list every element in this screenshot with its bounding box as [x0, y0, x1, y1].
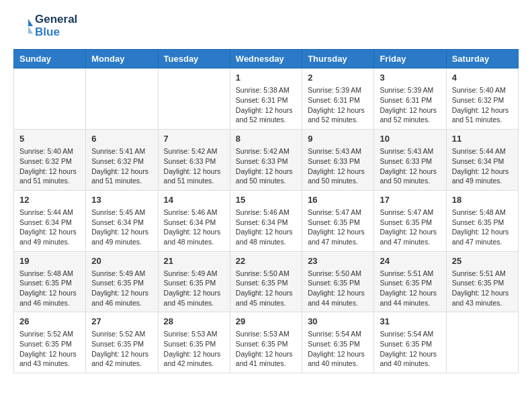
- day-info: Sunrise: 5:52 AM Sunset: 6:35 PM Dayligh…: [19, 329, 80, 369]
- day-info: Sunrise: 5:48 AM Sunset: 6:35 PM Dayligh…: [452, 208, 513, 247]
- day-info: Sunrise: 5:38 AM Sunset: 6:31 PM Dayligh…: [236, 85, 296, 125]
- day-info: Sunrise: 5:50 AM Sunset: 6:35 PM Dayligh…: [308, 269, 368, 308]
- day-number: 7: [164, 134, 224, 144]
- day-info: Sunrise: 5:43 AM Sunset: 6:33 PM Dayligh…: [380, 146, 440, 186]
- day-number: 22: [236, 256, 296, 266]
- calendar-day-cell: 21Sunrise: 5:49 AM Sunset: 6:35 PM Dayli…: [158, 251, 230, 312]
- calendar-day-cell: 7Sunrise: 5:42 AM Sunset: 6:33 PM Daylig…: [158, 130, 230, 191]
- calendar-day-cell: 17Sunrise: 5:47 AM Sunset: 6:35 PM Dayli…: [374, 190, 446, 251]
- calendar-day-cell: 9Sunrise: 5:43 AM Sunset: 6:33 PM Daylig…: [302, 130, 374, 191]
- day-number: 19: [19, 256, 80, 266]
- day-info: Sunrise: 5:49 AM Sunset: 6:35 PM Dayligh…: [91, 269, 152, 308]
- day-number: 10: [380, 134, 440, 144]
- calendar-day-cell: 23Sunrise: 5:50 AM Sunset: 6:35 PM Dayli…: [302, 251, 374, 312]
- day-info: Sunrise: 5:54 AM Sunset: 6:35 PM Dayligh…: [380, 329, 440, 369]
- day-info: Sunrise: 5:41 AM Sunset: 6:32 PM Dayligh…: [91, 146, 152, 186]
- day-number: 18: [452, 195, 513, 205]
- calendar-day-cell: 15Sunrise: 5:46 AM Sunset: 6:34 PM Dayli…: [230, 190, 302, 251]
- calendar-day-cell: 3Sunrise: 5:39 AM Sunset: 6:31 PM Daylig…: [374, 68, 446, 130]
- day-info: Sunrise: 5:47 AM Sunset: 6:35 PM Dayligh…: [308, 208, 368, 247]
- calendar-day-cell: 25Sunrise: 5:51 AM Sunset: 6:35 PM Dayli…: [446, 251, 518, 312]
- day-info: Sunrise: 5:47 AM Sunset: 6:35 PM Dayligh…: [380, 208, 440, 247]
- day-number: 1: [236, 73, 296, 83]
- calendar-day-cell: 6Sunrise: 5:41 AM Sunset: 6:32 PM Daylig…: [86, 130, 158, 191]
- calendar-day-cell: 13Sunrise: 5:45 AM Sunset: 6:34 PM Dayli…: [86, 190, 158, 251]
- day-number: 16: [308, 195, 368, 205]
- day-info: Sunrise: 5:51 AM Sunset: 6:35 PM Dayligh…: [380, 269, 440, 308]
- day-number: 15: [236, 195, 296, 205]
- calendar-day-cell: 8Sunrise: 5:42 AM Sunset: 6:33 PM Daylig…: [230, 130, 302, 191]
- day-number: 29: [236, 316, 296, 326]
- day-of-week-header: Wednesday: [230, 50, 302, 68]
- day-of-week-header: Tuesday: [158, 50, 230, 68]
- day-number: 25: [452, 256, 513, 266]
- day-of-week-header: Monday: [86, 50, 158, 68]
- day-number: 9: [308, 134, 368, 144]
- calendar-day-cell: 26Sunrise: 5:52 AM Sunset: 6:35 PM Dayli…: [14, 312, 86, 373]
- day-info: Sunrise: 5:51 AM Sunset: 6:35 PM Dayligh…: [452, 269, 513, 308]
- calendar-day-cell: 11Sunrise: 5:44 AM Sunset: 6:34 PM Dayli…: [446, 130, 518, 191]
- day-info: Sunrise: 5:53 AM Sunset: 6:35 PM Dayligh…: [164, 329, 224, 369]
- calendar-week-row: 26Sunrise: 5:52 AM Sunset: 6:35 PM Dayli…: [14, 312, 519, 373]
- day-info: Sunrise: 5:48 AM Sunset: 6:35 PM Dayligh…: [19, 269, 80, 308]
- day-number: 24: [380, 256, 440, 266]
- calendar-day-cell: 19Sunrise: 5:48 AM Sunset: 6:35 PM Dayli…: [14, 251, 86, 312]
- day-number: 2: [308, 73, 368, 83]
- day-number: 21: [164, 256, 224, 266]
- day-info: Sunrise: 5:42 AM Sunset: 6:33 PM Dayligh…: [236, 146, 296, 186]
- day-number: 6: [91, 134, 152, 144]
- calendar-day-cell: [14, 68, 86, 130]
- logo-general-text: General: [35, 13, 77, 26]
- calendar-day-cell: 12Sunrise: 5:44 AM Sunset: 6:34 PM Dayli…: [14, 190, 86, 251]
- day-number: 23: [308, 256, 368, 266]
- day-info: Sunrise: 5:49 AM Sunset: 6:35 PM Dayligh…: [164, 269, 224, 308]
- calendar-day-cell: [446, 312, 518, 373]
- day-number: 3: [380, 73, 440, 83]
- calendar-table: SundayMondayTuesdayWednesdayThursdayFrid…: [13, 49, 519, 373]
- calendar-day-cell: 5Sunrise: 5:40 AM Sunset: 6:32 PM Daylig…: [14, 130, 86, 191]
- day-number: 14: [164, 195, 224, 205]
- calendar-week-row: 5Sunrise: 5:40 AM Sunset: 6:32 PM Daylig…: [14, 130, 519, 191]
- calendar-day-cell: 2Sunrise: 5:39 AM Sunset: 6:31 PM Daylig…: [302, 68, 374, 130]
- calendar-day-cell: 16Sunrise: 5:47 AM Sunset: 6:35 PM Dayli…: [302, 190, 374, 251]
- day-info: Sunrise: 5:46 AM Sunset: 6:34 PM Dayligh…: [164, 208, 224, 247]
- logo-shape-icon: [13, 16, 34, 36]
- day-of-week-header: Friday: [374, 50, 446, 68]
- calendar-day-cell: [158, 68, 230, 130]
- day-number: 13: [91, 195, 152, 205]
- day-number: 20: [91, 256, 152, 266]
- day-number: 30: [308, 316, 368, 326]
- svg-marker-0: [28, 19, 33, 26]
- calendar-day-cell: 1Sunrise: 5:38 AM Sunset: 6:31 PM Daylig…: [230, 68, 302, 130]
- day-number: 8: [236, 134, 296, 144]
- calendar-day-cell: [86, 68, 158, 130]
- calendar-week-row: 1Sunrise: 5:38 AM Sunset: 6:31 PM Daylig…: [14, 68, 519, 130]
- calendar-day-cell: 28Sunrise: 5:53 AM Sunset: 6:35 PM Dayli…: [158, 312, 230, 373]
- calendar-day-cell: 14Sunrise: 5:46 AM Sunset: 6:34 PM Dayli…: [158, 190, 230, 251]
- calendar-day-cell: 30Sunrise: 5:54 AM Sunset: 6:35 PM Dayli…: [302, 312, 374, 373]
- day-of-week-header: Sunday: [14, 50, 86, 68]
- day-info: Sunrise: 5:54 AM Sunset: 6:35 PM Dayligh…: [308, 329, 368, 369]
- day-number: 27: [91, 316, 152, 326]
- day-info: Sunrise: 5:40 AM Sunset: 6:32 PM Dayligh…: [19, 146, 80, 186]
- day-number: 12: [19, 195, 80, 205]
- day-of-week-header: Saturday: [446, 50, 518, 68]
- day-info: Sunrise: 5:40 AM Sunset: 6:32 PM Dayligh…: [452, 85, 513, 125]
- day-number: 26: [19, 316, 80, 326]
- day-info: Sunrise: 5:42 AM Sunset: 6:33 PM Dayligh…: [164, 146, 224, 186]
- day-number: 31: [380, 316, 440, 326]
- day-info: Sunrise: 5:52 AM Sunset: 6:35 PM Dayligh…: [91, 329, 152, 369]
- calendar-day-cell: 24Sunrise: 5:51 AM Sunset: 6:35 PM Dayli…: [374, 251, 446, 312]
- calendar-day-cell: 29Sunrise: 5:53 AM Sunset: 6:35 PM Dayli…: [230, 312, 302, 373]
- day-info: Sunrise: 5:53 AM Sunset: 6:35 PM Dayligh…: [236, 329, 296, 369]
- calendar-week-row: 12Sunrise: 5:44 AM Sunset: 6:34 PM Dayli…: [14, 190, 519, 251]
- logo: General Blue: [13, 13, 77, 38]
- svg-marker-1: [28, 26, 33, 34]
- day-number: 4: [452, 73, 513, 83]
- calendar-day-cell: 10Sunrise: 5:43 AM Sunset: 6:33 PM Dayli…: [374, 130, 446, 191]
- day-info: Sunrise: 5:39 AM Sunset: 6:31 PM Dayligh…: [380, 85, 440, 125]
- calendar-day-cell: 20Sunrise: 5:49 AM Sunset: 6:35 PM Dayli…: [86, 251, 158, 312]
- header: General Blue: [13, 13, 519, 38]
- calendar-day-cell: 4Sunrise: 5:40 AM Sunset: 6:32 PM Daylig…: [446, 68, 518, 130]
- day-info: Sunrise: 5:39 AM Sunset: 6:31 PM Dayligh…: [308, 85, 368, 125]
